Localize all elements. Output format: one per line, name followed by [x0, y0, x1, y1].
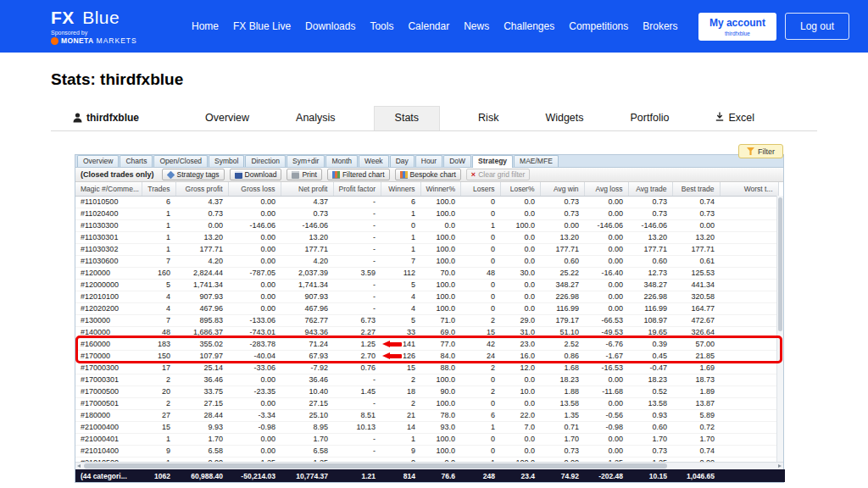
table-row[interactable]: #17000301236.460.0036.46-2100.000.018.23…	[75, 374, 778, 385]
subtab-week[interactable]: Week	[359, 155, 389, 167]
subtab-sym-dir[interactable]: Sym+dir	[287, 155, 325, 167]
cell: 320.58	[672, 291, 720, 302]
column-header-net-profit[interactable]: Net profit	[281, 182, 333, 196]
cell: 48	[460, 267, 500, 279]
nav-link-challenges[interactable]: Challenges	[504, 20, 554, 32]
cell: 226.98	[540, 291, 584, 302]
download-button[interactable]: Download	[230, 169, 282, 180]
scroll-left-arrow-icon[interactable]	[77, 464, 81, 468]
table-row[interactable]: #1300007895.83-133.06762.776.73571.0229.…	[75, 314, 778, 326]
nav-link-brokers[interactable]: Brokers	[643, 20, 677, 32]
user-icon	[73, 113, 82, 123]
moneta-logo-icon	[51, 37, 58, 45]
table-row[interactable]: #170005002033.75-23.3510.401.451890.0210…	[75, 385, 778, 397]
table-row[interactable]: #110303021177.710.00177.71-1100.000.0177…	[75, 243, 778, 255]
subtab-month[interactable]: Month	[326, 155, 358, 167]
column-header-best-trade[interactable]: Best trade	[672, 182, 720, 196]
cell	[720, 279, 778, 291]
cell: 57.00	[672, 338, 720, 350]
column-header-trades[interactable]: Trades	[142, 182, 175, 196]
column-header-losers[interactable]: Losers	[460, 182, 500, 196]
tab-widgets[interactable]: Widgets	[537, 107, 592, 130]
tab-stats[interactable]: Stats	[374, 106, 441, 130]
subtab-strategy[interactable]: Strategy	[472, 155, 513, 168]
column-header-winners[interactable]: Winners	[381, 182, 420, 196]
tab-analysis[interactable]: Analysis	[287, 107, 344, 130]
filtered-chart-button[interactable]: Filtered chart	[327, 169, 390, 180]
moneta-markets-logo[interactable]: MONETA MARKETS	[51, 37, 151, 45]
table-row[interactable]: #170000150107.97-40.0467.932.7012684.024…	[75, 350, 778, 362]
table-row[interactable]: #170003001725.14-33.06-7.920.761588.0212…	[75, 362, 778, 374]
cell: -23.35	[228, 385, 281, 397]
nav-link-calendar[interactable]: Calendar	[408, 20, 449, 32]
tab-portfolio[interactable]: Portfolio	[622, 107, 678, 130]
cell: #11030600	[75, 255, 142, 267]
cell: 0.73	[540, 208, 584, 219]
column-header-avg-loss[interactable]: Avg loss	[584, 182, 628, 196]
clear-grid-filter-button[interactable]: ×Clear grid filter	[466, 169, 531, 180]
column-header-avg-win[interactable]: Avg win	[540, 182, 584, 196]
column-header-worst-t[interactable]: Worst t...	[720, 182, 778, 196]
table-row[interactable]: #140000481,686.37-743.01943.362.273369.0…	[75, 326, 778, 338]
cell: #17000300	[75, 362, 142, 374]
column-header-gross-loss[interactable]: Gross loss	[228, 182, 281, 196]
column-header-winner[interactable]: Winner%	[420, 182, 460, 196]
nav-link-home[interactable]: Home	[192, 20, 219, 32]
table-row[interactable]: #120202004467.960.00467.96-4100.000.0116…	[75, 302, 778, 314]
table-row[interactable]: #120101004907.930.00907.93-4100.000.0226…	[75, 291, 778, 302]
cell: 48	[142, 326, 175, 338]
subtab-charts[interactable]: Charts	[120, 155, 153, 167]
cell: 0.0	[500, 243, 540, 255]
table-row[interactable]: #21000400159.93-0.988.9510.131493.017.00…	[75, 421, 778, 433]
subtab-dow[interactable]: DoW	[443, 155, 471, 167]
table-row[interactable]: #2101040096.580.006.58-9100.000.00.730.0…	[75, 445, 778, 457]
vertical-scrollbar[interactable]	[776, 196, 783, 462]
table-row[interactable]: #1103030010.00-146.06-146.06-00.01100.00…	[75, 219, 778, 231]
subtab-overview[interactable]: Overview	[77, 155, 119, 167]
horizontal-scrollbar[interactable]	[75, 462, 783, 469]
bespoke-chart-button[interactable]: Bespoke chart	[395, 169, 461, 180]
table-row[interactable]: #17000501227.150.0027.15-2100.000.013.58…	[75, 397, 778, 409]
subtab-day[interactable]: Day	[390, 155, 415, 167]
subtab-open-closed[interactable]: Open/Closed	[153, 155, 208, 167]
table-row[interactable]: #11030301113.200.0013.20-1100.000.013.20…	[75, 231, 778, 243]
tab-risk[interactable]: Risk	[470, 107, 507, 130]
tab-excel[interactable]: Excel	[707, 107, 763, 130]
filter-button[interactable]: Filter	[738, 144, 783, 158]
subtab-direction[interactable]: Direction	[245, 155, 286, 167]
horizontal-scrollbar-thumb[interactable]	[84, 463, 667, 469]
strategy-tags-button[interactable]: Strategy tags	[162, 169, 225, 180]
fxblue-logo[interactable]: FX Blue Sponsored by MONETA MARKETS	[51, 8, 151, 45]
column-header-loser[interactable]: Loser%	[500, 182, 540, 196]
cell: 6.58	[281, 445, 333, 457]
subtab-hour[interactable]: Hour	[415, 155, 442, 167]
column-header-profit-factor[interactable]: Profit factor	[333, 182, 381, 196]
vertical-scrollbar-thumb[interactable]	[778, 197, 782, 331]
my-account-button[interactable]: My account thirdfxblue	[698, 13, 776, 41]
column-header-magic-comme[interactable]: Magic #/Comme...	[75, 182, 142, 196]
table-row[interactable]: #1200001602,824.44-787.052,037.393.59112…	[75, 267, 778, 279]
nav-link-news[interactable]: News	[464, 20, 489, 32]
nav-link-competitions[interactable]: Competitions	[569, 20, 628, 32]
table-row[interactable]: #1200000051,741.340.001,741.34-5100.000.…	[75, 279, 778, 291]
table-row[interactable]: #1800002728.44-3.3425.108.512178.0622.01…	[75, 409, 778, 421]
table-row[interactable]: #1103060074.200.004.20-7100.000.00.600.0…	[75, 255, 778, 267]
table-row[interactable]: #1101050064.370.004.37-6100.000.00.730.0…	[75, 196, 778, 208]
column-header-avg-trade[interactable]: Avg trade	[628, 182, 672, 196]
subtab-symbol[interactable]: Symbol	[209, 155, 244, 167]
column-header-gross-profit[interactable]: Gross profit	[175, 182, 228, 196]
subtab-mae-mfe[interactable]: MAE/MFE	[514, 155, 559, 167]
print-button[interactable]: Print	[287, 169, 321, 180]
nav-link-tools[interactable]: Tools	[370, 20, 393, 32]
cell: 18.73	[672, 374, 720, 385]
log-out-button[interactable]: Log out	[785, 13, 849, 40]
nav-link-fx-blue-live[interactable]: FX Blue Live	[233, 20, 291, 32]
button-label: Print	[302, 170, 316, 179]
cell: 2	[381, 397, 420, 409]
tab-overview[interactable]: Overview	[197, 107, 258, 130]
table-row[interactable]: #2100040111.700.001.70-1100.000.01.700.0…	[75, 433, 778, 445]
table-row[interactable]: #1102040010.730.000.73-1100.000.00.730.0…	[75, 208, 778, 219]
scroll-right-arrow-icon[interactable]	[778, 464, 782, 468]
nav-link-downloads[interactable]: Downloads	[305, 20, 355, 32]
table-row[interactable]: #160000183355.02-283.7871.241.2514177.04…	[75, 338, 778, 350]
